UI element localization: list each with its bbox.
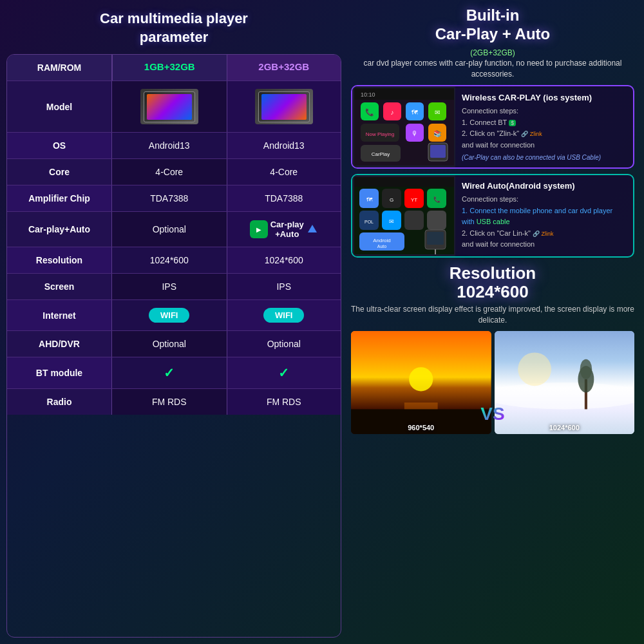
radio-label: Radio <box>7 389 112 415</box>
model-img-2 <box>227 81 341 132</box>
svg-text:✉: ✉ <box>389 218 394 225</box>
android-auto-ui-sim: 🗺 G YT 📞 POL ✉ <box>354 177 454 254</box>
radio-val2: FM RDS <box>227 389 341 415</box>
svg-text:G: G <box>389 197 393 203</box>
carplay-ui-sim: 10:10 📞 ♪ 🗺 ✉ Now Playi <box>354 88 454 166</box>
carplay-val1: Optional <box>112 212 227 247</box>
wireless-carplay-note: (Car-Play can also be connected via USB … <box>462 154 627 161</box>
svg-text:Now Playing: Now Playing <box>365 131 393 137</box>
left-panel: Car multimedia player parameter RAM/ROM … <box>0 0 348 644</box>
svg-rect-25 <box>354 177 454 187</box>
right-panel: Built-in Car-Play + Auto (2GB+32GB) car … <box>348 0 644 644</box>
auto-card-image: 🗺 G YT 📞 POL ✉ <box>352 175 455 256</box>
bt-val2: ✓ <box>227 357 341 388</box>
svg-text:✉: ✉ <box>435 109 440 116</box>
radio-val1: FM RDS <box>112 389 227 415</box>
core-label: Core <box>7 159 112 185</box>
carplay-label: Car-play+Auto <box>7 212 112 247</box>
auto-icon <box>307 223 318 235</box>
carplay-section-subtitle: (2GB+32GB) car dvd player comes with car… <box>351 48 634 80</box>
svg-text:YT: YT <box>410 197 417 203</box>
wireless-carplay-steps: Connection steps: 1. Connect BT $ 2. Cli… <box>462 106 627 151</box>
svg-text:Auto: Auto <box>377 244 386 249</box>
resolution-label: Resolution <box>7 247 112 273</box>
svg-text:📞: 📞 <box>365 108 374 117</box>
resolution-val1: 1024*600 <box>112 247 227 273</box>
res-img-1024: 1024*600 <box>495 331 635 434</box>
resolution-section: Resolution 1024*600 The ultra-clear scre… <box>351 264 634 638</box>
svg-text:10:10: 10:10 <box>361 91 375 98</box>
amp-val1: TDA7388 <box>112 185 227 211</box>
resolution-images: 960*540 VS <box>351 331 634 434</box>
svg-rect-38 <box>404 211 424 230</box>
bt-row: BT module ✓ ✓ <box>7 357 341 388</box>
auto-card-info: Wired Auto(Android system) Connection st… <box>455 175 633 256</box>
resolution-subtitle: The ultra-clear screen display effect is… <box>351 304 634 326</box>
svg-point-47 <box>409 367 433 391</box>
ahd-row: AHD/DVR Optional Optional <box>7 330 341 357</box>
wired-auto-card: 🗺 G YT 📞 POL ✉ <box>351 174 634 258</box>
os-row: OS Android13 Android13 <box>7 132 341 158</box>
table-header-row: RAM/ROM 1GB+32GB 2GB+32GB <box>7 55 341 80</box>
ahd-label: AHD/DVR <box>7 331 112 357</box>
resolution-title: Resolution 1024*600 <box>351 264 634 301</box>
svg-point-54 <box>580 359 592 379</box>
svg-text:📚: 📚 <box>433 129 442 138</box>
os-val2: Android13 <box>227 133 341 158</box>
wireless-carplay-card: 10:10 📞 ♪ 🗺 ✉ Now Playi <box>351 85 634 169</box>
core-val2: 4-Core <box>227 159 341 185</box>
model-row: Model <box>7 80 341 132</box>
amp-val2: TDA7388 <box>227 185 341 211</box>
carplay-row: Car-play+Auto Optional ▶ Car-play+Auto <box>7 211 341 247</box>
ramrom-label: RAM/ROM <box>37 62 81 73</box>
internet-val2: WIFI <box>227 300 341 330</box>
core-val1: 4-Core <box>112 159 227 185</box>
svg-text:🗺: 🗺 <box>412 109 418 116</box>
svg-text:📞: 📞 <box>433 196 440 204</box>
resolution-val2: 1024*600 <box>227 247 341 273</box>
wifi-badge-2: WIFI <box>263 308 304 323</box>
checkmark-2: ✓ <box>278 365 289 381</box>
internet-label: Internet <box>7 300 112 330</box>
table-title: Car multimedia player parameter <box>6 10 341 46</box>
svg-text:CarPlay: CarPlay <box>371 151 389 157</box>
header-empty: RAM/ROM <box>7 55 112 80</box>
vs-badge: VS <box>480 404 504 424</box>
os-label: OS <box>7 133 112 158</box>
res-img-960: 960*540 <box>351 331 491 434</box>
bt-val1: ✓ <box>112 357 227 388</box>
internet-val1: WIFI <box>112 300 227 330</box>
screen-val2: IPS <box>227 274 341 299</box>
wired-auto-steps: Connection steps: 1. Connect the mobile … <box>462 194 627 251</box>
wifi-badge-1: WIFI <box>149 308 189 323</box>
col1-header: 1GB+32GB <box>112 55 227 80</box>
amp-row: Amplifier Chip TDA7388 TDA7388 <box>7 185 341 211</box>
res-label-1024: 1024*600 <box>495 424 635 431</box>
os-val1: Android13 <box>112 133 227 158</box>
carplay-section-title: Built-in Car-Play + Auto <box>351 6 634 44</box>
res-label-960: 960*540 <box>351 424 491 431</box>
screen-val1: IPS <box>112 274 227 299</box>
param-table: RAM/ROM 1GB+32GB 2GB+32GB Model <box>6 54 341 638</box>
svg-rect-44 <box>427 232 444 245</box>
carplay-card-info: Wireless CAR-PLAY (ios system) Connectio… <box>455 86 633 167</box>
carplay-badge: ▶ Car-play+Auto <box>250 220 318 239</box>
carplay-val2: ▶ Car-play+Auto <box>227 212 341 247</box>
col2-header: 2GB+32GB <box>227 55 341 80</box>
svg-text:🗺: 🗺 <box>366 196 372 203</box>
resolution-row: Resolution 1024*600 1024*600 <box>7 247 341 273</box>
svg-rect-39 <box>427 211 446 230</box>
svg-rect-23 <box>430 145 446 158</box>
bt-label: BT module <box>7 357 112 388</box>
model-img-1 <box>112 81 227 132</box>
svg-text:▶: ▶ <box>256 226 261 233</box>
screen-row: Screen IPS IPS <box>7 273 341 299</box>
core-row: Core 4-Core 4-Core <box>7 158 341 185</box>
internet-row: Internet WIFI WIFI <box>7 299 341 330</box>
svg-text:♪: ♪ <box>390 109 393 116</box>
svg-text:🎙: 🎙 <box>412 130 418 137</box>
carplay-cards: 10:10 📞 ♪ 🗺 ✉ Now Playi <box>351 85 634 258</box>
wireless-carplay-title: Wireless CAR-PLAY (ios system) <box>462 93 627 102</box>
ahd-val2: Optional <box>227 331 341 357</box>
carplay-section: Built-in Car-Play + Auto (2GB+32GB) car … <box>351 6 634 258</box>
